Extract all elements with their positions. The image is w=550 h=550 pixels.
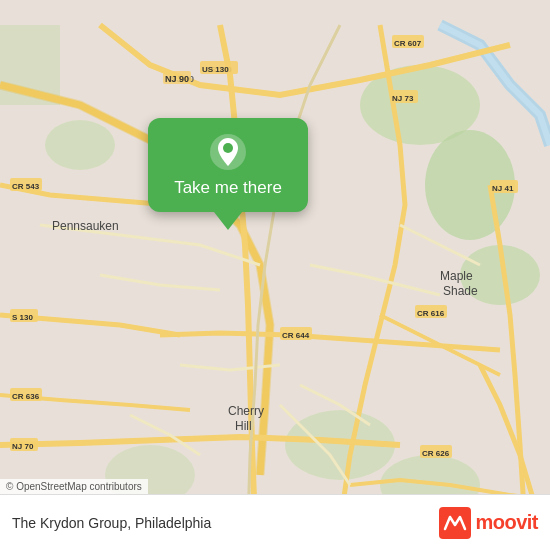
svg-text:CR 543: CR 543 — [12, 182, 40, 191]
svg-text:CR 644: CR 644 — [282, 331, 310, 340]
svg-point-4 — [45, 120, 115, 170]
svg-text:NJ 70: NJ 70 — [12, 442, 34, 451]
svg-text:CR 607: CR 607 — [394, 39, 422, 48]
svg-point-44 — [223, 143, 233, 153]
copyright-bar: © OpenStreetMap contributors — [0, 479, 148, 494]
svg-text:S 130: S 130 — [12, 313, 33, 322]
map-container: NJ 90 NJ 90 US 130 US 130 US 130 US 130 … — [0, 0, 550, 550]
moovit-logo-icon — [439, 507, 471, 539]
location-pin-icon — [208, 132, 248, 172]
popup-container[interactable]: Take me there — [148, 118, 308, 230]
location-text: The Krydon Group, Philadelphia — [12, 515, 439, 531]
bottom-bar: The Krydon Group, Philadelphia moovit — [0, 494, 550, 550]
popup-pointer — [214, 212, 242, 230]
popup-box[interactable]: Take me there — [148, 118, 308, 212]
svg-text:NJ 73: NJ 73 — [392, 94, 414, 103]
copyright-text: © OpenStreetMap contributors — [6, 481, 142, 492]
svg-text:Shade: Shade — [443, 284, 478, 298]
svg-text:Hill: Hill — [235, 419, 252, 433]
svg-text:CR 616: CR 616 — [417, 309, 445, 318]
svg-text:CR 636: CR 636 — [12, 392, 40, 401]
svg-text:Maple: Maple — [440, 269, 473, 283]
moovit-text: moovit — [475, 511, 538, 534]
svg-text:US 130: US 130 — [202, 65, 229, 74]
svg-text:CR 626: CR 626 — [422, 449, 450, 458]
popup-label: Take me there — [174, 178, 282, 198]
svg-text:NJ 41: NJ 41 — [492, 184, 514, 193]
svg-text:Cherry: Cherry — [228, 404, 264, 418]
svg-text:NJ 90: NJ 90 — [165, 74, 189, 84]
svg-text:Pennsauken: Pennsauken — [52, 219, 119, 233]
moovit-logo: moovit — [439, 507, 538, 539]
map-background: NJ 90 NJ 90 US 130 US 130 US 130 US 130 … — [0, 0, 550, 550]
